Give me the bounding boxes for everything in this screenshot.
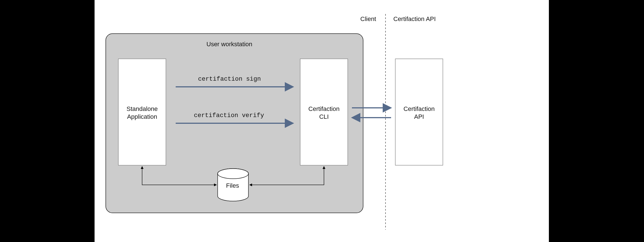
files-label: Files bbox=[226, 182, 239, 189]
header-api-label: Certifaction API bbox=[393, 15, 436, 23]
standalone-application-label: Standalone Application bbox=[126, 105, 158, 120]
diagram-svg bbox=[95, 0, 549, 242]
certifaction-api-label: Certifaction API bbox=[403, 105, 435, 120]
svg-point-1 bbox=[218, 169, 248, 179]
cmd-sign-label: certifaction sign bbox=[198, 76, 261, 83]
diagram-canvas: Client Certifaction API User workstation… bbox=[95, 0, 549, 242]
user-workstation-title: User workstation bbox=[206, 41, 252, 48]
header-client-label: Client bbox=[360, 15, 376, 23]
certifaction-cli-label: Certifaction CLI bbox=[308, 105, 340, 120]
cmd-verify-label: certifaction verify bbox=[194, 112, 264, 119]
